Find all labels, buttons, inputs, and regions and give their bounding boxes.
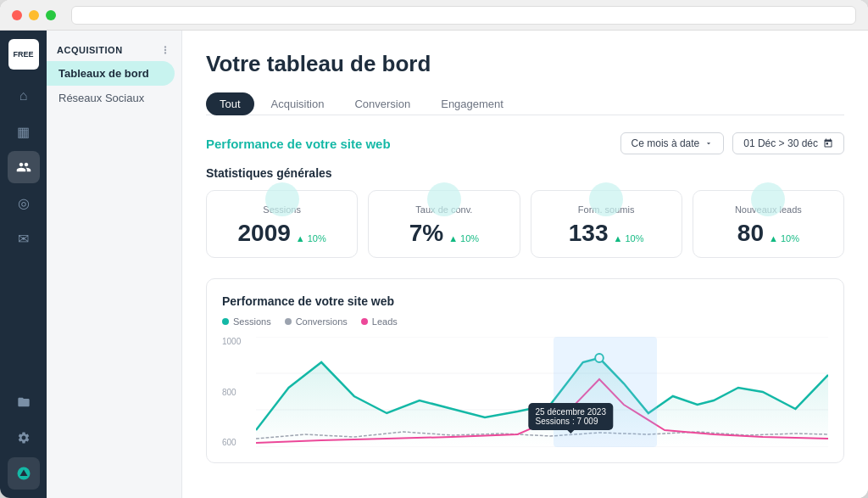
date-range[interactable]: 01 Déc > 30 déc (732, 132, 844, 154)
chart-title: Performance de votre site web (222, 294, 828, 308)
sidebar-item-mail[interactable]: ✉ (8, 222, 40, 255)
stat-trend-sessions: ▲ 10% (296, 233, 326, 243)
left-nav-section-title: ACQUISITION (47, 39, 181, 61)
tab-engagement[interactable]: Engagement (427, 92, 517, 115)
left-nav-item-tableaux[interactable]: Tableaux de bord (47, 61, 175, 86)
stat-card-sessions: Sessions 2009 ▲ 10% (206, 190, 358, 258)
date-controls: Ce mois à date 01 Déc > 30 déc (620, 132, 844, 154)
date-dropdown[interactable]: Ce mois à date (620, 132, 725, 154)
sidebar: FREE ⌂ ▦ ◎ ✉ (0, 31, 47, 498)
sidebar-item-folder[interactable] (8, 386, 40, 418)
app-body: FREE ⌂ ▦ ◎ ✉ A (0, 31, 868, 498)
stat-value-conversion: 7% (409, 220, 443, 247)
sidebar-item-grid[interactable]: ▦ (8, 115, 40, 148)
chart-area: 25 décembre 2023 Sessions : 7 009 (256, 337, 828, 447)
minimize-button[interactable] (29, 10, 39, 20)
tabs-bar: Tout Acquisition Conversion Engagement (206, 92, 844, 115)
close-button[interactable] (12, 10, 22, 20)
stat-card-form: Form. soumis 133 ▲ 10% (531, 190, 682, 258)
sidebar-item-target[interactable]: ◎ (8, 187, 40, 219)
stat-value-sessions: 2009 (237, 220, 290, 247)
tab-conversion[interactable]: Conversion (341, 92, 424, 115)
sidebar-item-analytics[interactable] (8, 457, 40, 490)
chart-legend: Sessions Conversions Leads (222, 316, 828, 327)
left-nav-item-reseaux[interactable]: Réseaux Sociaux (47, 86, 175, 110)
stat-trend-leads: ▲ 10% (769, 233, 799, 243)
sidebar-item-settings[interactable] (8, 422, 40, 454)
url-bar[interactable] (71, 6, 856, 25)
sidebar-item-users[interactable] (8, 151, 40, 183)
main-content: Votre tableau de bord Tout Acquisition C… (182, 31, 868, 498)
chart-section: Performance de votre site web Sessions C… (206, 278, 844, 463)
chart-yaxis: 1000 800 600 (222, 337, 252, 447)
chart-svg (256, 337, 828, 447)
legend-conversions: Conversions (285, 316, 348, 327)
page-title: Votre tableau de bord (206, 51, 844, 77)
tab-tout[interactable]: Tout (206, 92, 254, 115)
stat-trend-conversion: ▲ 10% (448, 233, 479, 243)
stats-grid: Sessions 2009 ▲ 10% Taux de conv. 7% ▲ 1… (206, 190, 844, 258)
stat-card-conversion: Taux de conv. 7% ▲ 10% (368, 190, 520, 258)
left-nav: ACQUISITION Tableaux de bord Réseaux Soc… (47, 31, 182, 498)
chart-container: 1000 800 600 (222, 337, 828, 447)
stats-label: Statistiques générales (206, 166, 844, 180)
maximize-button[interactable] (46, 10, 56, 20)
stat-trend-form: ▲ 10% (614, 233, 644, 243)
tab-acquisition[interactable]: Acquisition (258, 92, 338, 115)
stat-value-leads: 80 (737, 220, 764, 247)
stat-value-form: 133 (569, 220, 609, 247)
browser-titlebar (0, 0, 868, 31)
stat-card-leads: Nouveaux leads 80 ▲ 10% (693, 190, 844, 258)
legend-leads: Leads (361, 316, 398, 327)
browser-window: FREE ⌂ ▦ ◎ ✉ A (0, 0, 868, 498)
legend-sessions: Sessions (222, 316, 271, 327)
sidebar-logo: FREE (8, 39, 39, 70)
sidebar-item-home[interactable]: ⌂ (8, 80, 40, 112)
section-header: Performance de votre site web Ce mois à … (206, 132, 844, 154)
chart-tooltip: 25 décembre 2023 Sessions : 7 009 (529, 403, 613, 430)
section-title: Performance de votre site web (206, 137, 391, 151)
